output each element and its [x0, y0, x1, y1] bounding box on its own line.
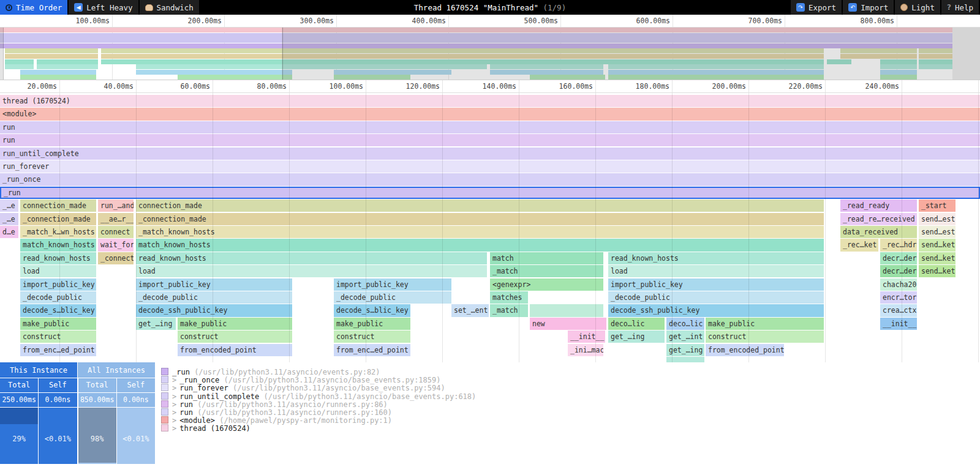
flame-frame[interactable]: read_known_hosts [20, 252, 96, 264]
flame-frame[interactable]: connection_made [136, 200, 824, 212]
flame-frame[interactable]: encr…tor [880, 291, 917, 304]
flame-frame[interactable]: deco…lic [608, 318, 665, 330]
flame-frame[interactable]: run_until_complete [0, 148, 980, 160]
flame-frame[interactable]: crea…ctx [880, 304, 917, 316]
flame-frame[interactable]: wait_for [98, 239, 134, 251]
flame-frame[interactable]: read_known_hosts [608, 252, 824, 264]
flame-frame[interactable]: match_known_hosts [20, 239, 96, 251]
flame-frame[interactable]: _match [490, 304, 528, 316]
flame-frame[interactable]: _run_once [0, 173, 980, 185]
flame-frame[interactable]: run_…and [98, 200, 134, 212]
flame-frame[interactable]: make_public [178, 318, 292, 330]
flame-frame[interactable]: construct [20, 331, 96, 343]
flame-frame[interactable]: decr…der [880, 252, 917, 264]
flame-frame[interactable]: import_public_key [20, 278, 96, 291]
flame-frame[interactable]: construct [178, 331, 292, 343]
flame-frame[interactable]: run [0, 134, 980, 146]
flame-frame[interactable]: matches [490, 291, 528, 304]
flame-frame[interactable]: __init__ [880, 318, 917, 330]
flame-frame[interactable]: thread (1670524) [0, 95, 980, 107]
flame-frame[interactable]: _match_k…wn_hosts [20, 226, 96, 238]
flame-frame[interactable]: decr…der [880, 265, 917, 277]
flame-frame[interactable]: send…ket [919, 239, 956, 251]
flame-frame[interactable]: decode_s…blic_key [334, 304, 410, 316]
flame-frame[interactable]: _match [490, 265, 603, 277]
flame-frame[interactable]: __init__ [568, 331, 605, 343]
flame-frame[interactable]: _connect [98, 252, 134, 264]
call-stack-item[interactable]: ><module> (/home/pawel/pyspy-art/monitor… [161, 416, 980, 424]
flame-frame[interactable]: from_encoded_point [706, 344, 784, 356]
call-stack-item[interactable]: >run_until_complete (/usr/lib/python3.11… [161, 392, 980, 400]
flame-frame[interactable]: run_forever [0, 160, 980, 173]
flame-frame[interactable]: _connection_made [20, 213, 96, 225]
stats-tab-this-instance[interactable]: This Instance [0, 362, 77, 378]
flame-frame[interactable]: _…e [0, 200, 18, 212]
flame-frame[interactable]: _match_known_hosts [136, 226, 824, 238]
flame-frame[interactable]: import_public_key [136, 278, 292, 291]
flame-frame[interactable]: from_enc…ed_point [20, 344, 96, 356]
flame-frame[interactable]: <genexpr> [490, 278, 603, 291]
flame-frame[interactable]: decode_ssh_public_key [608, 304, 824, 316]
flame-frame[interactable]: data_received [840, 226, 917, 238]
import-button[interactable]: ↶Import [843, 0, 894, 15]
flame-frame[interactable]: <module> [0, 108, 980, 120]
help-button[interactable]: ?Help [941, 0, 979, 15]
flame-frame[interactable]: _decode_public [136, 291, 292, 304]
flame-frame[interactable]: decode_s…blic_key [20, 304, 96, 316]
call-stack-item[interactable]: >_run_once (/usr/lib/python3.11/asyncio/… [161, 376, 980, 384]
flame-frame[interactable]: run [0, 121, 980, 133]
flame-frame[interactable]: _decode_public [608, 291, 824, 304]
call-stack-item[interactable]: >run (/usr/lib/python3.11/asyncio/runner… [161, 400, 980, 408]
flame-frame[interactable]: import_public_key [608, 278, 824, 291]
flame-frame[interactable]: load [20, 265, 96, 277]
light-button[interactable]: Light [895, 0, 940, 15]
flame-frame[interactable]: _decode_public [334, 291, 451, 304]
flame-frame[interactable]: send…ket [919, 265, 956, 277]
flame-frame[interactable]: connect [98, 226, 134, 238]
flame-frame[interactable]: d…e [0, 226, 18, 238]
flame-frame[interactable]: get_…ing [608, 331, 665, 343]
call-stack-item[interactable]: >run_forever (/usr/lib/python3.11/asynci… [161, 384, 980, 392]
call-stack-item[interactable]: >thread (1670524) [161, 424, 980, 432]
flame-frame[interactable]: load [136, 265, 487, 277]
flame-frame[interactable]: send…est [919, 226, 956, 238]
flame-frame[interactable]: _connection_made [136, 213, 824, 225]
flame-frame[interactable]: _rec…ket [840, 239, 878, 251]
flame-frame[interactable]: _rec…hdr [880, 239, 917, 251]
flame-frame[interactable]: get_…ing [136, 318, 176, 330]
flame-frame[interactable] [530, 304, 603, 316]
call-stack-item[interactable]: >run (/usr/lib/python3.11/asyncio/runner… [161, 408, 980, 416]
flame-frame[interactable]: make_public [706, 318, 824, 330]
stats-tab-all-instances[interactable]: All Instances [78, 362, 155, 378]
flame-frame[interactable]: send…ket [919, 252, 956, 264]
tab-sandwich[interactable]: Sandwich [140, 0, 199, 15]
minimap-viewport[interactable] [3, 28, 283, 80]
flame-frame[interactable]: __ae…r__ [98, 213, 134, 225]
call-stack-item[interactable]: _run (/usr/lib/python3.11/asyncio/events… [161, 368, 980, 376]
tab-left-heavy[interactable]: ◀Left Heavy [69, 0, 138, 15]
flame-chart[interactable]: thread (1670524)<module>runrunrun_until_… [0, 93, 980, 362]
flame-frame[interactable]: construct [706, 331, 824, 343]
export-button[interactable]: ↷Export [791, 0, 842, 15]
flame-frame[interactable]: decode_ssh_public_key [136, 304, 292, 316]
flame-frame[interactable]: make_public [20, 318, 96, 330]
flame-frame[interactable]: _ini…mac [568, 344, 603, 356]
flame-frame-selected[interactable]: _run [0, 187, 980, 199]
flame-frame[interactable]: match [490, 252, 603, 264]
flame-frame[interactable]: _decode_public [20, 291, 96, 304]
flame-frame[interactable]: load [608, 265, 824, 277]
flame-frame[interactable]: send…est [919, 213, 956, 225]
flame-frame[interactable]: import_public_key [334, 278, 451, 291]
flame-frame[interactable]: chacha20 [880, 278, 917, 291]
flame-frame[interactable]: _…e [0, 213, 18, 225]
flame-frame[interactable]: connection_made [20, 200, 96, 212]
flame-frame[interactable]: _read_re…received [840, 213, 917, 225]
tab-time-order[interactable]: Time Order [0, 0, 67, 15]
flame-frame[interactable]: make_public [334, 318, 410, 330]
flame-frame[interactable]: construct [334, 331, 410, 343]
flame-frame[interactable]: from_enc…ed_point [334, 344, 410, 356]
flame-frame[interactable]: match_known_hosts [136, 239, 824, 251]
flame-frame[interactable]: _start [919, 200, 956, 212]
flame-frame[interactable]: from_encoded_point [178, 344, 292, 356]
flame-frame[interactable]: _read_ready [840, 200, 917, 212]
